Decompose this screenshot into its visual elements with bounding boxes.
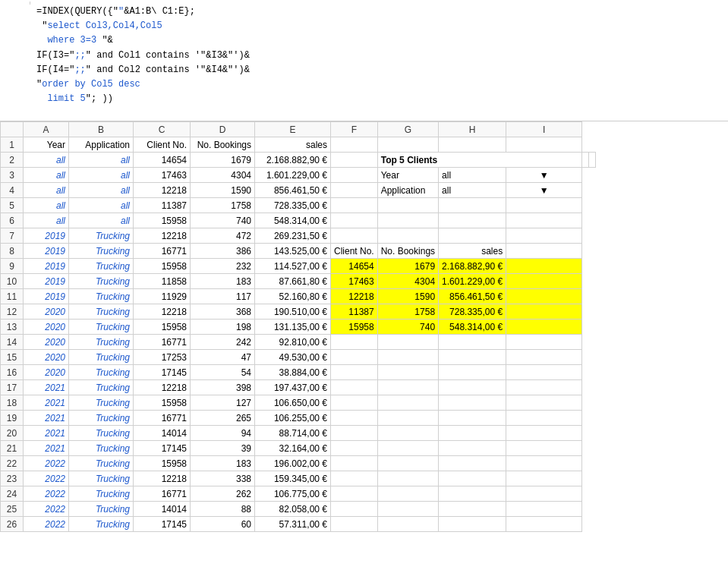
cell-8-I[interactable] — [506, 244, 582, 259]
cell-1-B[interactable]: Application — [69, 137, 134, 153]
cell-13-C[interactable]: 15958 — [134, 320, 191, 335]
cell-19-E[interactable]: 106.255,00 € — [255, 411, 331, 426]
cell-7-C[interactable]: 12218 — [134, 228, 191, 244]
cell-7-F[interactable] — [331, 228, 378, 244]
formula-content[interactable]: =INDEX(QUERY({""&A1:B\ C1:E}; "select Co… — [30, 2, 728, 109]
cell-13-F[interactable]: 15958 — [331, 320, 378, 335]
cell-14-C[interactable]: 16771 — [134, 335, 191, 350]
cell-16-H[interactable] — [439, 365, 506, 380]
cell-6-D[interactable]: 740 — [191, 213, 255, 228]
cell-17-D[interactable]: 398 — [191, 380, 255, 395]
cell-13-E[interactable]: 131.135,00 € — [255, 320, 331, 335]
cell-4-I-dropdown[interactable]: ▼ — [506, 183, 582, 198]
cell-15-F[interactable] — [331, 350, 378, 365]
cell-21-F[interactable] — [331, 441, 378, 456]
cell-22-I[interactable] — [506, 456, 582, 471]
cell-23-C[interactable]: 12218 — [134, 471, 191, 486]
cell-7-B[interactable]: Trucking — [69, 228, 134, 244]
cell-22-H[interactable] — [439, 456, 506, 471]
cell-12-E[interactable]: 190.510,00 € — [255, 304, 331, 320]
cell-21-G[interactable] — [377, 441, 438, 456]
col-h-header[interactable]: H — [439, 122, 506, 137]
cell-17-I[interactable] — [506, 380, 582, 395]
cell-8-F[interactable]: Client No. — [331, 244, 378, 259]
cell-14-H[interactable] — [439, 335, 506, 350]
cell-9-A[interactable]: 2019 — [24, 259, 69, 274]
cell-15-H[interactable] — [439, 350, 506, 365]
cell-11-B[interactable]: Trucking — [69, 289, 134, 304]
col-e-header[interactable]: E — [255, 122, 331, 137]
cell-15-I[interactable] — [506, 350, 582, 365]
cell-12-B[interactable]: Trucking — [69, 304, 134, 320]
cell-22-B[interactable]: Trucking — [69, 456, 134, 471]
cell-21-A[interactable]: 2021 — [24, 441, 69, 456]
cell-10-A[interactable]: 2019 — [24, 274, 69, 289]
cell-18-H[interactable] — [439, 395, 506, 411]
cell-5-A[interactable]: all — [24, 198, 69, 213]
cell-3-B[interactable]: all — [69, 168, 134, 183]
cell-9-C[interactable]: 15958 — [134, 259, 191, 274]
cell-19-D[interactable]: 265 — [191, 411, 255, 426]
cell-26-C[interactable]: 17145 — [134, 517, 191, 532]
cell-12-H[interactable]: 728.335,00 € — [439, 304, 506, 320]
cell-2-C[interactable]: 14654 — [134, 153, 191, 168]
cell-1-D[interactable]: No. Bookings — [191, 137, 255, 153]
cell-9-F[interactable]: 14654 — [331, 259, 378, 274]
cell-17-E[interactable]: 197.437,00 € — [255, 380, 331, 395]
cell-3-A[interactable]: all — [24, 168, 69, 183]
cell-20-E[interactable]: 88.714,00 € — [255, 426, 331, 441]
cell-3-D[interactable]: 4304 — [191, 168, 255, 183]
cell-14-I[interactable] — [506, 335, 582, 350]
cell-4-F[interactable] — [331, 183, 378, 198]
cell-24-H[interactable] — [439, 486, 506, 502]
cell-19-A[interactable]: 2021 — [24, 411, 69, 426]
cell-18-B[interactable]: Trucking — [69, 395, 134, 411]
cell-4-G[interactable]: Application — [377, 183, 438, 198]
cell-16-G[interactable] — [377, 365, 438, 380]
cell-10-G[interactable]: 4304 — [377, 274, 438, 289]
cell-18-I[interactable] — [506, 395, 582, 411]
cell-23-E[interactable]: 159.345,00 € — [255, 471, 331, 486]
cell-7-D[interactable]: 472 — [191, 228, 255, 244]
cell-12-G[interactable]: 1758 — [377, 304, 438, 320]
cell-13-I[interactable] — [506, 320, 582, 335]
cell-5-C[interactable]: 11387 — [134, 198, 191, 213]
cell-13-G[interactable]: 740 — [377, 320, 438, 335]
cell-26-I[interactable] — [506, 517, 582, 532]
cell-15-A[interactable]: 2020 — [24, 350, 69, 365]
cell-8-B[interactable]: Trucking — [69, 244, 134, 259]
cell-5-B[interactable]: all — [69, 198, 134, 213]
cell-5-D[interactable]: 1758 — [191, 198, 255, 213]
col-d-header[interactable]: D — [191, 122, 255, 137]
cell-24-B[interactable]: Trucking — [69, 486, 134, 502]
cell-14-A[interactable]: 2020 — [24, 335, 69, 350]
cell-23-H[interactable] — [439, 471, 506, 486]
cell-25-F[interactable] — [331, 502, 378, 517]
cell-5-E[interactable]: 728.335,00 € — [255, 198, 331, 213]
cell-17-F[interactable] — [331, 380, 378, 395]
cell-24-E[interactable]: 106.775,00 € — [255, 486, 331, 502]
cell-17-G[interactable] — [377, 380, 438, 395]
cell-19-G[interactable] — [377, 411, 438, 426]
cell-9-E[interactable]: 114.527,00 € — [255, 259, 331, 274]
col-f-header[interactable]: F — [331, 122, 378, 137]
cell-11-A[interactable]: 2019 — [24, 289, 69, 304]
cell-24-G[interactable] — [377, 486, 438, 502]
cell-26-E[interactable]: 57.311,00 € — [255, 517, 331, 532]
col-b-header[interactable]: B — [69, 122, 134, 137]
cell-19-B[interactable]: Trucking — [69, 411, 134, 426]
cell-21-E[interactable]: 32.164,00 € — [255, 441, 331, 456]
cell-20-F[interactable] — [331, 426, 378, 441]
cell-10-B[interactable]: Trucking — [69, 274, 134, 289]
cell-6-A[interactable]: all — [24, 213, 69, 228]
cell-21-H[interactable] — [439, 441, 506, 456]
cell-16-F[interactable] — [331, 365, 378, 380]
cell-14-F[interactable] — [331, 335, 378, 350]
cell-18-D[interactable]: 127 — [191, 395, 255, 411]
cell-25-B[interactable]: Trucking — [69, 502, 134, 517]
cell-20-C[interactable]: 14014 — [134, 426, 191, 441]
cell-7-I[interactable] — [506, 228, 582, 244]
cell-21-C[interactable]: 17145 — [134, 441, 191, 456]
cell-4-B[interactable]: all — [69, 183, 134, 198]
cell-3-G[interactable]: Year — [377, 168, 438, 183]
